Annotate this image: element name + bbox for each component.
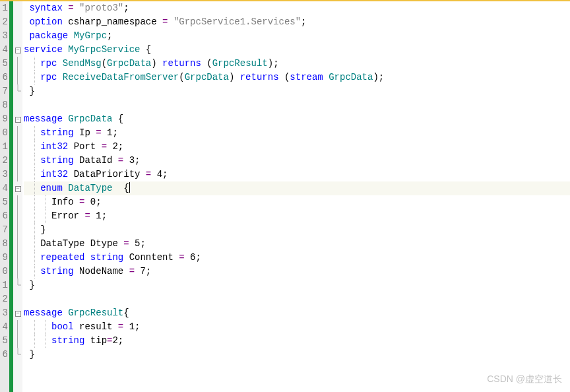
fold-toggle (13, 168, 22, 181)
code-token: = (84, 211, 90, 221)
line-number: 2 (1, 154, 8, 168)
code-token: 6; (185, 252, 201, 263)
code-token: tip (84, 335, 107, 346)
code-token: Port (68, 141, 101, 152)
code-editor[interactable]: 12345678901234567890123456 −−−− syntax =… (0, 0, 570, 392)
code-token: = (179, 252, 184, 263)
code-line[interactable]: int32 DataPriority = 4; (24, 168, 570, 181)
fold-toggle (13, 251, 22, 265)
code-token: } (24, 349, 35, 360)
code-token: { (123, 308, 129, 318)
code-token (24, 169, 40, 180)
code-line[interactable]: string DataId = 3; (24, 154, 570, 168)
code-line[interactable]: } (24, 84, 570, 98)
code-line[interactable]: option csharp_namespace = "GrpcService1.… (24, 15, 570, 29)
fold-toggle[interactable]: − (13, 43, 22, 57)
fold-column[interactable]: −−−− (13, 1, 22, 392)
code-token: ( (201, 58, 212, 69)
code-line[interactable]: } (24, 223, 570, 237)
code-line[interactable]: message GrpcData { (24, 112, 570, 126)
code-token: rpc (40, 58, 57, 69)
code-line[interactable]: message GrpcResult{ (24, 306, 570, 320)
code-line[interactable] (24, 98, 570, 112)
code-line[interactable]: repeated string Conntent = 6; (24, 251, 570, 265)
code-token: = (102, 141, 107, 152)
line-number: 1 (1, 278, 8, 292)
code-area[interactable]: syntax = "proto3"; option csharp_namespa… (22, 1, 570, 392)
code-line[interactable]: Info = 0; (24, 195, 570, 209)
code-token: Ip (74, 127, 96, 138)
code-token: DataPriority (68, 169, 146, 180)
code-token: 2; (112, 335, 123, 346)
line-number: 3 (1, 306, 8, 320)
code-token: 5; (129, 238, 146, 249)
code-token: "proto3" (79, 3, 123, 13)
fold-toggle (13, 29, 22, 43)
code-line[interactable]: DataType Dtype = 5; (24, 237, 570, 251)
fold-toggle[interactable]: − (13, 306, 22, 320)
code-line[interactable]: rpc ReceiveDataFromServer(GrpcData) retu… (24, 71, 570, 84)
code-line[interactable]: Error = 1; (24, 209, 570, 223)
line-number: 0 (1, 265, 8, 278)
code-line[interactable]: int32 Port = 2; (24, 140, 570, 154)
fold-toggle[interactable]: − (13, 181, 22, 195)
code-token: returns (240, 72, 279, 82)
fold-toggle (13, 57, 22, 71)
code-token: MyGrpc (74, 30, 107, 41)
fold-toggle[interactable]: − (13, 112, 22, 126)
fold-toggle (13, 348, 22, 362)
code-token: GrpcData (107, 58, 151, 69)
line-number: 6 (1, 348, 8, 362)
code-token (63, 183, 68, 193)
code-token (57, 58, 62, 69)
code-token (24, 321, 51, 332)
code-line[interactable]: string Ip = 1; (24, 126, 570, 140)
code-token: ; (107, 30, 112, 41)
code-token: = (129, 266, 135, 277)
fold-toggle (13, 265, 22, 278)
code-line[interactable]: rpc SendMsg(GrpcData) returns (GrpcResul… (24, 57, 570, 71)
code-token: { (140, 44, 151, 55)
code-token: 0; (84, 197, 101, 207)
code-token: ) (151, 58, 162, 69)
fold-toggle (13, 140, 22, 154)
line-number: 7 (1, 223, 8, 237)
fold-toggle (13, 126, 22, 140)
code-token: { (112, 114, 123, 124)
code-token (24, 252, 40, 263)
code-token (63, 44, 68, 55)
line-number: 4 (1, 320, 8, 334)
fold-toggle (13, 223, 22, 237)
code-line[interactable]: } (24, 348, 570, 362)
code-line[interactable]: syntax = "proto3"; (24, 1, 570, 15)
fold-toggle (13, 15, 22, 29)
fold-toggle (13, 320, 22, 334)
code-token (24, 58, 40, 69)
code-token (74, 3, 79, 13)
code-line[interactable]: enum DataType { (24, 181, 570, 195)
code-line[interactable]: package MyGrpc; (24, 29, 570, 43)
code-token: GrpcResult (212, 58, 268, 69)
code-token: ( (279, 72, 290, 82)
code-line[interactable]: string tip=2; (24, 334, 570, 348)
gutter: 12345678901234567890123456 −−−− (0, 1, 22, 392)
code-token: returns (162, 58, 201, 69)
code-line[interactable]: bool result = 1; (24, 320, 570, 334)
code-line[interactable]: string NodeName = 7; (24, 265, 570, 278)
code-token (24, 335, 51, 346)
code-token: option (29, 16, 62, 27)
code-line[interactable]: } (24, 278, 570, 292)
code-token (24, 155, 40, 166)
line-number: 6 (1, 209, 8, 223)
fold-toggle (13, 278, 22, 292)
code-token: Error (24, 211, 84, 221)
code-token: SendMsg (63, 58, 102, 69)
code-token: enum (40, 183, 63, 193)
code-token: bool (51, 321, 74, 332)
code-token (68, 30, 73, 41)
line-number: 8 (1, 98, 8, 112)
code-line[interactable]: service MyGrpcService { (24, 43, 570, 57)
code-token: ReceiveDataFromServer (63, 72, 179, 82)
code-line[interactable] (24, 292, 570, 306)
code-token: ); (373, 72, 384, 82)
